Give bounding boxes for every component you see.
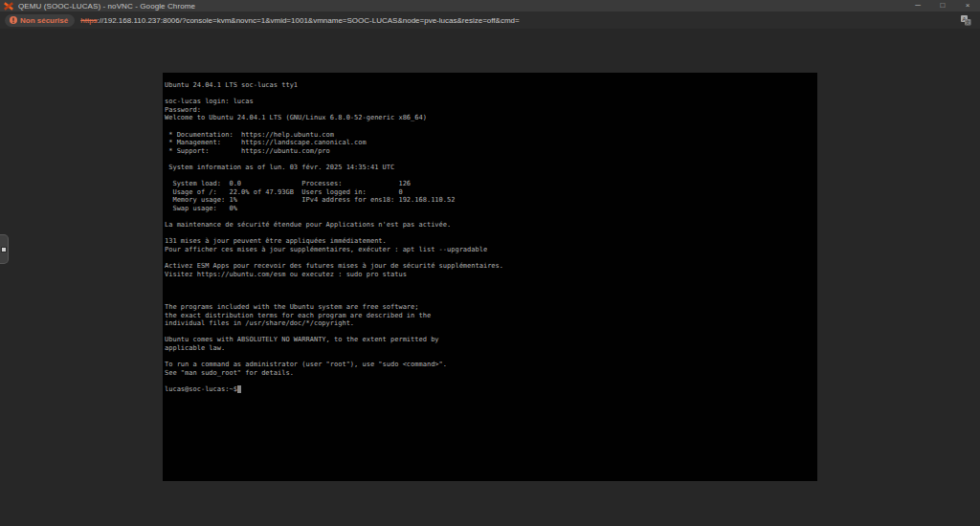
minimize-button[interactable]: ─: [905, 0, 930, 11]
warning-icon: [10, 16, 17, 24]
novnc-favicon-icon: [4, 2, 13, 11]
terminal-cursor: [237, 385, 241, 393]
novnc-control-bar-handle[interactable]: [0, 234, 9, 264]
window-titlebar: QEMU (SOOC-LUCAS) - noVNC - Google Chrom…: [0, 0, 980, 11]
vm-console-screen[interactable]: Ubuntu 24.04.1 LTS soc-lucas tty1 soc-lu…: [163, 73, 817, 481]
security-badge[interactable]: Non sécurisé: [5, 14, 75, 27]
close-button[interactable]: ×: [955, 0, 980, 11]
novnc-viewport: Ubuntu 24.04.1 LTS soc-lucas tty1 soc-lu…: [0, 29, 980, 526]
maximize-button[interactable]: □: [930, 0, 955, 11]
address-toolbar: Non sécurisé https://192.168.110.237:800…: [0, 11, 980, 29]
url-input[interactable]: https://192.168.110.237:8006/?console=kv…: [80, 16, 519, 25]
security-badge-label: Non sécurisé: [20, 16, 68, 25]
translate-icon[interactable]: A 文: [960, 14, 971, 26]
svg-text:文: 文: [966, 19, 970, 25]
url-rest: ://192.168.110.237:8006/?console=kvm&nov…: [98, 16, 520, 25]
console-text: Ubuntu 24.04.1 LTS soc-lucas tty1 soc-lu…: [163, 73, 817, 394]
window-controls: ─ □ ×: [905, 0, 980, 11]
url-scheme: https: [80, 16, 97, 25]
handle-grip-icon: [2, 248, 6, 252]
window-title: QEMU (SOOC-LUCAS) - noVNC - Google Chrom…: [18, 2, 195, 11]
